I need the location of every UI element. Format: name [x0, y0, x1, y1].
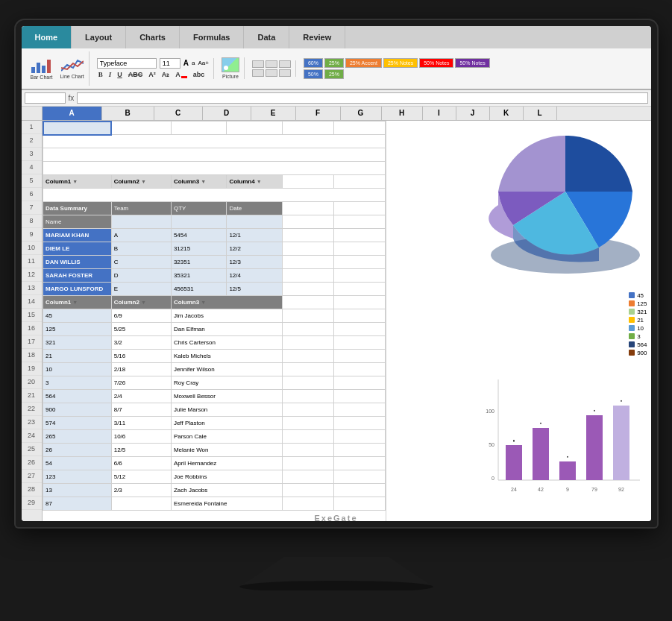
cell-F15[interactable]: [333, 309, 385, 323]
font-size-input[interactable]: [160, 58, 180, 69]
cell-F13[interactable]: [333, 283, 385, 296]
t2-r15-c2[interactable]: 6/9: [111, 309, 171, 323]
cell-diem[interactable]: DIEM LE: [43, 242, 112, 256]
highlight-button[interactable]: abc: [192, 70, 207, 79]
cell-E28[interactable]: [282, 484, 333, 497]
cell-E5[interactable]: [282, 175, 333, 189]
tab-home[interactable]: Home: [22, 26, 72, 48]
style-chip-25accent[interactable]: 25% Accent: [345, 58, 382, 68]
col-header-B[interactable]: B: [102, 107, 154, 120]
cell-mariam[interactable]: MARIAM KHAN: [43, 229, 112, 242]
t2-r28-c3[interactable]: Zach Jacobs: [171, 484, 282, 497]
t2-r17-c1[interactable]: 321: [43, 336, 112, 350]
align-left-button[interactable]: [252, 60, 264, 68]
col-header-A[interactable]: A: [43, 107, 102, 120]
strikethrough-button[interactable]: ABC: [127, 70, 145, 79]
cell-E24[interactable]: [282, 430, 333, 444]
t2-r29-c1[interactable]: 87: [43, 497, 112, 511]
cell-datasummary[interactable]: Data Summary: [43, 202, 112, 215]
cell-F11[interactable]: [333, 256, 385, 269]
cell-team-header[interactable]: Team: [111, 202, 171, 215]
font-color-button[interactable]: A: [174, 70, 189, 79]
cell-F10[interactable]: [333, 242, 385, 256]
cell-35321[interactable]: 35321: [171, 269, 227, 283]
cell-E25[interactable]: [282, 444, 333, 457]
t2-r25-c1[interactable]: 26: [43, 444, 112, 457]
cell-qty-header[interactable]: QTY: [171, 202, 227, 215]
t2-r29-c2[interactable]: [111, 497, 171, 511]
cell-F14[interactable]: [333, 296, 385, 309]
col-header-E[interactable]: E: [251, 107, 296, 120]
cell-F20[interactable]: [333, 376, 385, 390]
cell-F23[interactable]: [333, 417, 385, 430]
align-bottom-button[interactable]: [279, 69, 291, 77]
cell-E22[interactable]: [282, 403, 333, 417]
t2-r15-c3[interactable]: Jim Jacobs: [171, 309, 282, 323]
cell-12-4[interactable]: 12/4: [227, 269, 283, 283]
cell-F9[interactable]: [333, 229, 385, 242]
cell-F5[interactable]: [333, 175, 385, 189]
t2-r26-c3[interactable]: April Hernandez: [171, 457, 282, 470]
superscript-button[interactable]: A²: [147, 70, 157, 79]
row4-empty[interactable]: [43, 162, 386, 175]
style-chip-50notes-purple[interactable]: 50% Notes: [455, 58, 489, 68]
t2-r16-c3[interactable]: Dan Elfman: [171, 323, 282, 336]
cell-E20[interactable]: [282, 376, 333, 390]
cell-F29[interactable]: [333, 497, 385, 511]
cell-456531[interactable]: 456531: [171, 283, 227, 296]
t2-r16-c1[interactable]: 125: [43, 323, 112, 336]
t2-r23-c2[interactable]: 3/11: [111, 417, 171, 430]
cell-F27[interactable]: [333, 470, 385, 484]
cell-E14[interactable]: [282, 296, 333, 309]
bar-chart-button[interactable]: Bar Chart: [31, 57, 53, 80]
t2-r25-c2[interactable]: 12/5: [111, 444, 171, 457]
cell-E1[interactable]: [282, 122, 333, 135]
t2-r18-c1[interactable]: 21: [43, 350, 112, 363]
cell-F8[interactable]: [333, 215, 385, 229]
cell-F7[interactable]: [333, 202, 385, 215]
cell-E15[interactable]: [282, 309, 333, 323]
style-chip-25notes[interactable]: 25% Notes: [383, 58, 418, 68]
cell-F21[interactable]: [333, 390, 385, 403]
cell-dan[interactable]: DAN WILLIS: [43, 256, 112, 269]
cell-E19[interactable]: [282, 363, 333, 376]
formula-input[interactable]: [77, 92, 647, 104]
font-select[interactable]: [97, 58, 157, 69]
t2-r27-c3[interactable]: Joe Robbins: [171, 470, 282, 484]
cell-reference-input[interactable]: A1: [25, 92, 66, 104]
col1-header[interactable]: Column1▼: [43, 175, 112, 189]
cell-D1[interactable]: [227, 122, 283, 135]
t2-r24-c3[interactable]: Parson Cale: [171, 430, 282, 444]
t2-r20-c3[interactable]: Roy Cray: [171, 376, 282, 390]
line-chart-button[interactable]: Line Chart: [60, 57, 84, 79]
cell-A-team[interactable]: A: [111, 229, 171, 242]
tab-layout[interactable]: Layout: [72, 26, 126, 48]
underline-button[interactable]: U: [116, 70, 124, 79]
cell-A1[interactable]: [43, 122, 112, 135]
col-header-D[interactable]: D: [203, 107, 251, 120]
tab-formulas[interactable]: Formulas: [180, 26, 245, 48]
cell-E17[interactable]: [282, 336, 333, 350]
cell-E10[interactable]: [282, 242, 333, 256]
style-chip-50pct[interactable]: 50%: [304, 69, 323, 79]
cell-31215[interactable]: 31215: [171, 242, 227, 256]
cell-E11[interactable]: [282, 256, 333, 269]
cell-C1[interactable]: [171, 122, 227, 135]
cell-D8[interactable]: [227, 215, 283, 229]
col-header-C[interactable]: C: [154, 107, 203, 120]
t2-r22-c1[interactable]: 900: [43, 403, 112, 417]
cell-E16[interactable]: [282, 323, 333, 336]
col4-header[interactable]: Column4▼: [227, 175, 283, 189]
t2-r21-c2[interactable]: 2/4: [111, 390, 171, 403]
style-chip-50notes-red[interactable]: 50% Notes: [419, 58, 453, 68]
t2-r26-c1[interactable]: 54: [43, 457, 112, 470]
align-center-button[interactable]: [266, 60, 277, 68]
row6-empty[interactable]: [43, 189, 386, 202]
cell-F1[interactable]: [333, 122, 385, 135]
t2-r24-c1[interactable]: 265: [43, 430, 112, 444]
cell-5454[interactable]: 5454: [171, 229, 227, 242]
tab-review[interactable]: Review: [289, 26, 345, 48]
cell-F16[interactable]: [333, 323, 385, 336]
t2-r27-c1[interactable]: 123: [43, 470, 112, 484]
cell-E23[interactable]: [282, 417, 333, 430]
